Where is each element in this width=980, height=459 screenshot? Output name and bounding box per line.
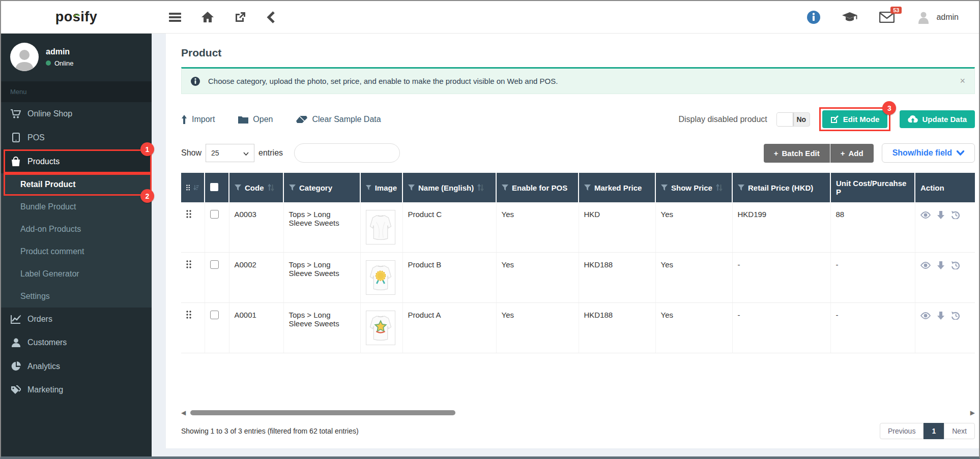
import-arrow-icon [181,115,187,124]
product-image-sweater-star[interactable] [366,311,395,345]
download-icon[interactable] [937,211,944,219]
tablet-icon [10,133,21,142]
sidebar-item-products[interactable]: Products 1 [1,149,152,173]
sidebar-item-online-shop[interactable]: Online Shop [1,102,152,126]
row-checkbox[interactable] [210,311,219,319]
table-header-row: Code Category Image [181,173,975,202]
sidebar-item-bundle-product[interactable]: Bundle Product [1,196,152,218]
user-menu[interactable]: admin [916,10,959,25]
scroll-track[interactable] [188,410,968,416]
content-card: Product Choose category, upload the phot… [166,34,980,448]
download-icon[interactable] [937,312,944,320]
tutorial-cap-icon[interactable] [842,11,858,23]
cell-category: Tops > Long Sleeve Sweets [283,303,360,353]
page-size-select[interactable]: 25 [206,144,254,162]
info-alert: Choose category, upload the photo, set p… [181,67,975,94]
home-icon[interactable] [201,12,214,23]
logo-box[interactable]: posify [1,9,152,25]
clear-sample-data-button[interactable]: Clear Sample Data [296,115,381,124]
annotation-box-products [4,149,152,173]
grip-icon [186,183,190,192]
previous-page-button[interactable]: Previous [880,423,924,439]
header-image[interactable]: Image [360,173,402,202]
filter-icon [408,185,415,191]
sidebar-item-settings[interactable]: Settings [1,285,152,308]
orders-chart-icon [10,315,21,324]
update-data-button[interactable]: Update Data [900,110,975,128]
cell-unit-cost: 88 [830,202,915,253]
info-icon[interactable] [807,11,820,24]
search-box[interactable] [294,143,400,163]
search-input[interactable] [306,149,398,157]
header-category[interactable]: Category [283,173,360,202]
import-button[interactable]: Import [181,115,215,124]
sidebar-item-retail-product[interactable]: Retail Product 2 [1,173,152,196]
page-1-button[interactable]: 1 [924,423,944,439]
product-image-sweater-medal[interactable] [366,260,395,295]
sidebar-item-marketing[interactable]: Marketing [1,378,152,402]
header-name-english[interactable]: Name (English) [402,173,496,202]
sidebar-item-pos[interactable]: POS [1,126,152,149]
display-disabled-label: Display disabled product [678,115,767,124]
horizontal-scrollbar[interactable]: ◀ ▶ [181,409,975,417]
posify-logo: posify [55,9,98,25]
sidebar-avatar [10,43,39,71]
messages-icon[interactable]: 53 [879,12,895,23]
header-marked-price[interactable]: Marked Price [579,173,655,202]
view-icon[interactable] [920,312,931,319]
alert-close-icon[interactable]: × [960,76,965,86]
scroll-thumb[interactable] [190,410,455,415]
show-hide-field-button[interactable]: Show/hide field [882,143,975,163]
cell-show-price: Yes [655,303,732,353]
external-link-icon[interactable] [234,11,246,23]
row-grip-icon[interactable] [186,311,191,319]
sidebar-item-label-generator[interactable]: Label Generator [1,263,152,285]
display-disabled-toggle[interactable]: No [776,112,810,127]
history-icon[interactable] [951,261,960,269]
filter-icon [289,185,296,191]
header-unit-cost[interactable]: Unit Cost/Purcahse P [830,173,915,202]
select-all-header[interactable] [205,173,229,202]
sidebar-item-customers[interactable]: Customers [1,331,152,354]
row-checkbox[interactable] [210,210,219,219]
open-button[interactable]: Open [238,115,273,124]
chevron-down-icon [957,150,964,156]
cell-retail-price: - [732,253,830,303]
row-checkbox[interactable] [210,260,219,269]
header-code[interactable]: Code [229,173,283,202]
sidebar-item-orders[interactable]: Orders [1,308,152,331]
edit-mode-button[interactable]: Edit Mode [822,110,888,128]
menu-toggle-icon[interactable] [169,12,181,22]
plus-icon: + [841,149,845,158]
customers-icon [10,338,21,347]
history-icon[interactable] [951,211,960,219]
sort-icon [268,184,274,191]
mail-badge: 53 [890,7,902,14]
sidebar-item-analytics[interactable]: Analytics [1,354,152,378]
download-icon[interactable] [937,261,944,269]
history-icon[interactable] [951,312,960,320]
view-icon[interactable] [920,211,931,219]
batch-edit-button[interactable]: +Batch Edit [764,144,830,163]
header-enable-for-pos[interactable]: Enable for POS [496,173,579,202]
sidebar-item-addon-products[interactable]: Add-on Products [1,218,152,240]
select-all-checkbox[interactable] [210,183,218,191]
add-button[interactable]: +Add [830,144,874,163]
avatar-icon [916,10,931,25]
row-grip-icon[interactable] [186,210,191,218]
header-retail-price[interactable]: Retail Price (HKD) [732,173,830,202]
row-grip-icon[interactable] [186,260,191,268]
table-footer: Showing 1 to 3 of 3 entries (filtered fr… [181,423,975,441]
annotation-badge-1: 1 [140,142,154,156]
cell-show-price: Yes [655,202,732,253]
filter-icon [584,185,591,191]
scroll-left-icon[interactable]: ◀ [181,410,188,416]
scroll-right-icon[interactable]: ▶ [968,410,975,416]
header-show-price[interactable]: Show Price [655,173,732,202]
view-icon[interactable] [920,262,931,269]
column-reorder-header[interactable] [181,173,205,202]
sidebar-item-product-comment[interactable]: Product comment [1,240,152,263]
product-image-sweater-plain[interactable] [366,210,395,244]
back-chevron-icon[interactable] [267,11,275,23]
next-page-button[interactable]: Next [944,423,975,439]
